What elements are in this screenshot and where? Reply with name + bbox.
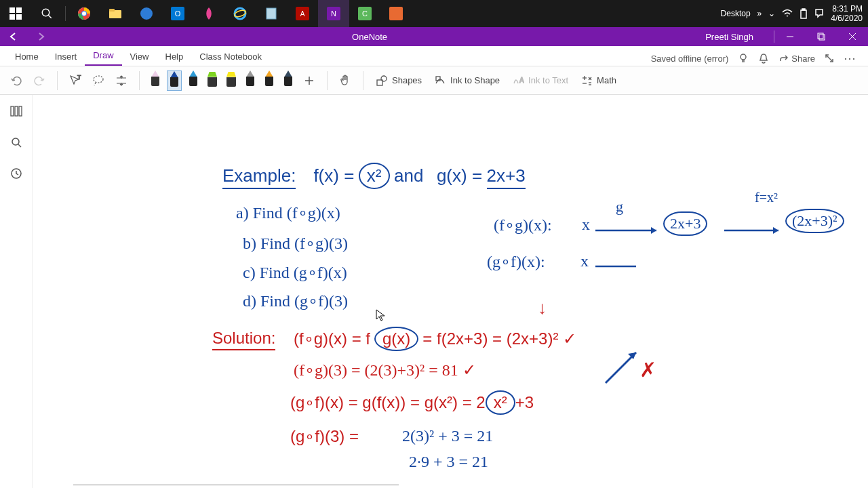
wifi-icon[interactable] (782, 9, 793, 18)
page-canvas[interactable]: Example: f(x) = x² and g(x) = 2x+3 a) Fi… (33, 95, 868, 488)
tab-class-notebook[interactable]: Class Notebook (191, 47, 270, 66)
tab-help[interactable]: Help (157, 47, 192, 66)
mouse-cursor-icon (375, 308, 386, 322)
clock-time: 8:31 PM (831, 4, 863, 14)
eraser-tool[interactable] (148, 70, 163, 91)
recorder-icon (389, 7, 403, 20)
app-title: OneNote (54, 32, 685, 42)
ink-fog-x: x (582, 216, 590, 234)
text-select-button[interactable]: T (66, 70, 85, 92)
tray-expand-icon[interactable]: ⌄ (768, 9, 775, 18)
notebooks-icon (9, 105, 23, 117)
windows-taskbar: O A N C Desktop » ⌄ 8:31 PM 4/6/2020 (0, 0, 868, 27)
svg-line-5 (48, 15, 52, 18)
arrow-2-icon (724, 224, 785, 237)
tab-draw[interactable]: Draw (85, 46, 121, 66)
tray-chevron-icon[interactable]: » (757, 9, 762, 18)
taskbar-ie[interactable] (224, 0, 256, 27)
math-button[interactable]: Math (576, 75, 620, 87)
start-button[interactable] (0, 0, 31, 27)
taskbar-explorer[interactable] (100, 0, 131, 27)
ink-sol1b: = f(2x+3) = (2x+3)² ✓ (422, 329, 576, 348)
pen-black[interactable] (167, 70, 182, 91)
undo-button[interactable] (7, 70, 26, 92)
lightbulb-button[interactable] (738, 53, 749, 64)
search-rail-button[interactable] (8, 134, 24, 150)
forward-button[interactable] (27, 32, 54, 41)
draw-toolbar: T Shapes Ink to Shape AInk to Text Math (0, 66, 868, 95)
close-icon (848, 33, 856, 41)
taskbar-acrobat[interactable]: A (287, 0, 318, 27)
titlebar: OneNote Preeti Singh (0, 27, 868, 46)
taskbar-outlook[interactable]: O (162, 0, 193, 27)
pen-blue[interactable] (186, 70, 201, 91)
svg-text:O: O (175, 9, 181, 18)
svg-text:N: N (331, 9, 336, 18)
taskbar-chrome[interactable] (68, 0, 100, 27)
ink-sol5: 2·9 + 3 = 21 (409, 453, 488, 471)
insert-space-icon (115, 74, 128, 87)
taskbar-edge-legacy[interactable] (131, 0, 162, 27)
battery-icon[interactable] (800, 8, 808, 19)
svg-rect-28 (818, 33, 823, 39)
ink-example-label: Example: (222, 165, 296, 189)
pen-darkblue[interactable] (281, 70, 296, 91)
svg-line-52 (18, 144, 21, 147)
pen-grey[interactable] (243, 70, 258, 91)
outlook-icon: O (171, 7, 184, 20)
tab-home[interactable]: Home (7, 47, 47, 66)
arrow-diag-icon (602, 346, 643, 386)
share-button[interactable]: Share (778, 54, 815, 64)
ink-solution-label: Solution: (212, 329, 275, 350)
minimize-button[interactable] (774, 27, 806, 46)
insert-space-button[interactable] (112, 70, 131, 92)
redo-button[interactable] (30, 70, 49, 92)
ink-cross: ✗ (639, 358, 656, 382)
ink-g-label: g (616, 198, 623, 216)
ink-sol3b: +3 (515, 393, 534, 411)
tab-insert[interactable]: Insert (47, 47, 85, 66)
redo-icon (33, 75, 45, 87)
arrow-1-icon (595, 224, 663, 237)
search-icon (10, 136, 22, 148)
touch-draw-button[interactable] (336, 70, 355, 92)
lasso-icon (92, 74, 105, 87)
search-button[interactable] (31, 0, 62, 27)
svg-text:C: C (362, 9, 368, 18)
svg-rect-11 (109, 9, 115, 12)
more-button[interactable]: ⋯ (844, 51, 857, 66)
lasso-button[interactable] (89, 70, 108, 92)
back-button[interactable] (0, 32, 27, 41)
maximize-button[interactable] (806, 27, 837, 46)
share-icon (778, 54, 788, 63)
desktop-toolbar-label[interactable]: Desktop (721, 9, 751, 18)
tab-view[interactable]: View (122, 47, 157, 66)
highlighter-green[interactable] (205, 70, 220, 91)
add-pen-button[interactable] (300, 70, 319, 92)
system-clock[interactable]: 8:31 PM 4/6/2020 (831, 4, 863, 24)
ink-to-shape-button[interactable]: Ink to Shape (430, 75, 504, 87)
recent-button[interactable] (8, 165, 24, 182)
highlighter-yellow[interactable] (224, 70, 239, 91)
close-button[interactable] (837, 27, 868, 46)
shapes-button[interactable]: Shapes (372, 75, 426, 87)
taskbar-notepad[interactable] (256, 0, 287, 27)
ink-part-d: d) Find (g∘f)(3) (243, 291, 348, 310)
taskbar-camtasia[interactable]: C (349, 0, 380, 27)
footer-rule (73, 485, 399, 485)
onenote-icon: N (327, 7, 340, 20)
user-name[interactable]: Preeti Singh (685, 32, 774, 42)
notebooks-button[interactable] (8, 103, 24, 119)
ink-fx2-label: f=x² (755, 190, 778, 205)
pen-orange[interactable] (262, 70, 277, 91)
taskbar-recorder[interactable] (380, 0, 412, 27)
expand-icon (825, 54, 834, 63)
notifications-button[interactable] (758, 53, 769, 64)
action-center-icon[interactable] (814, 8, 824, 19)
fullscreen-button[interactable] (825, 54, 834, 63)
taskbar-paint3d[interactable] (193, 0, 224, 27)
svg-point-51 (12, 138, 19, 145)
taskbar-onenote-active[interactable]: N (318, 0, 349, 27)
ink-gx-circled: g(x) (374, 327, 418, 351)
svg-rect-2 (9, 14, 15, 20)
